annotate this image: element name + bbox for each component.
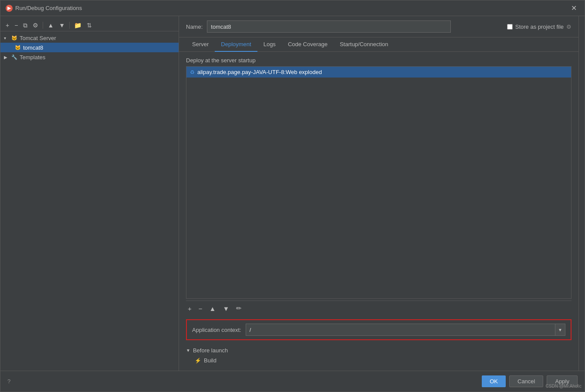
deploy-down-button[interactable]: ▼	[221, 304, 231, 313]
config-tree: ▾ 🐱 Tomcat Server 🐱 tomcat8 ▶ 🔧 Template…	[0, 31, 179, 64]
footer: ? OK Cancel Apply	[0, 371, 585, 392]
tomcat-server-label: Tomcat Server	[20, 35, 56, 41]
sidebar: + − ⧉ ⚙ ▲ ▼ 📁 ⇅ ▾ 🐱 Tomcat Server	[0, 16, 179, 371]
tree-tomcat-server-group[interactable]: ▾ 🐱 Tomcat Server	[0, 33, 179, 43]
help-button[interactable]: ?	[7, 378, 10, 385]
templates-icon: 🔧	[11, 54, 18, 61]
tabs-bar: Server Deployment Logs Code Coverage Sta…	[179, 37, 578, 52]
deploy-remove-button[interactable]: −	[197, 304, 204, 313]
right-panel: Name: Store as project file ⚙ Server Dep…	[179, 16, 578, 371]
add-config-button[interactable]: +	[4, 21, 11, 29]
remove-config-button[interactable]: −	[13, 21, 20, 29]
close-button[interactable]: ✕	[568, 3, 579, 13]
name-bar: Name: Store as project file ⚙	[179, 16, 578, 37]
app-context-input-wrap: ▼	[246, 324, 565, 336]
tab-startup-connection[interactable]: Startup/Connection	[334, 37, 394, 52]
deploy-at-startup-label: Deploy at the server startup	[186, 57, 571, 64]
sidebar-toolbar: + − ⧉ ⚙ ▲ ▼ 📁 ⇅	[0, 20, 179, 31]
deploy-edit-button[interactable]: ✏	[234, 304, 243, 313]
store-gear-icon[interactable]: ⚙	[566, 24, 571, 30]
app-context-label: Application context:	[192, 327, 241, 333]
tree-tomcat8-item[interactable]: 🐱 tomcat8	[0, 43, 179, 52]
sort-button[interactable]: ⇅	[85, 21, 94, 29]
build-icon: ⚡	[195, 358, 201, 364]
tomcat-group-icon: 🐱	[11, 34, 18, 41]
move-up-button[interactable]: ▲	[46, 21, 55, 29]
right-panel-wrapper: Name: Store as project file ⚙ Server Dep…	[179, 16, 585, 371]
scrollbar[interactable]	[578, 16, 585, 371]
deploy-item-icon: ♻	[190, 69, 195, 75]
cancel-button[interactable]: Cancel	[509, 375, 543, 387]
main-content: + − ⧉ ⚙ ▲ ▼ 📁 ⇅ ▾ 🐱 Tomcat Server	[0, 16, 585, 371]
name-bar-left: Name:	[186, 20, 451, 33]
deployment-panel: Deploy at the server startup ♻ alipay.tr…	[179, 52, 578, 371]
store-project-section: Store as project file ⚙	[507, 24, 571, 30]
settings-config-button[interactable]: ⚙	[31, 21, 40, 29]
tomcat-config-icon: 🐱	[14, 44, 21, 51]
watermark: CSDN @Mr.Aholic	[546, 384, 582, 389]
config-name-input[interactable]	[207, 20, 451, 33]
app-context-input[interactable]	[246, 324, 555, 335]
build-label: Build	[204, 357, 216, 364]
tab-server[interactable]: Server	[186, 37, 215, 52]
deploy-item-label: alipay.trade.page.pay-JAVA-UTF-8:Web exp…	[197, 69, 322, 75]
before-launch-section: ▼ Before launch ⚡ Build	[186, 345, 571, 365]
tree-templates-item[interactable]: ▶ 🔧 Templates	[0, 52, 179, 62]
before-launch-items: ⚡ Build	[186, 355, 571, 365]
deploy-toolbar: + − ▲ ▼ ✏	[186, 301, 571, 316]
move-down-button[interactable]: ▼	[57, 21, 67, 29]
deploy-item[interactable]: ♻ alipay.trade.page.pay-JAVA-UTF-8:Web e…	[186, 67, 571, 78]
app-icon: ▶	[6, 5, 13, 12]
tab-code-coverage[interactable]: Code Coverage	[282, 37, 334, 52]
app-context-section: Application context: ▼	[186, 319, 571, 340]
before-launch-arrow-icon: ▼	[186, 348, 190, 353]
name-label: Name:	[186, 24, 203, 30]
toolbar-separator-2	[69, 22, 70, 29]
deploy-list: ♻ alipay.trade.page.pay-JAVA-UTF-8:Web e…	[186, 66, 571, 299]
tomcat8-label: tomcat8	[23, 44, 43, 51]
folder-button[interactable]: 📁	[72, 21, 83, 29]
templates-arrow: ▶	[4, 55, 10, 60]
deploy-add-button[interactable]: +	[186, 304, 193, 313]
dialog-title: Run/Debug Configurations	[15, 5, 82, 11]
before-launch-header[interactable]: ▼ Before launch	[186, 345, 571, 355]
run-debug-dialog: ▶ Run/Debug Configurations ✕ + − ⧉ ⚙ ▲ ▼…	[0, 0, 585, 392]
app-context-dropdown-button[interactable]: ▼	[555, 324, 565, 335]
store-project-label: Store as project file	[515, 24, 564, 30]
tab-deployment[interactable]: Deployment	[215, 37, 257, 52]
ok-button[interactable]: OK	[482, 375, 506, 387]
templates-label: Templates	[20, 54, 45, 61]
before-launch-label: Before launch	[193, 347, 228, 354]
deploy-up-button[interactable]: ▲	[208, 304, 218, 313]
store-project-checkbox[interactable]	[507, 24, 513, 30]
title-bar: ▶ Run/Debug Configurations ✕	[0, 0, 585, 16]
collapse-arrow: ▾	[4, 36, 10, 41]
toolbar-separator	[43, 22, 43, 29]
tab-logs[interactable]: Logs	[257, 37, 282, 52]
title-bar-left: ▶ Run/Debug Configurations	[6, 5, 82, 12]
copy-config-button[interactable]: ⧉	[21, 21, 29, 29]
